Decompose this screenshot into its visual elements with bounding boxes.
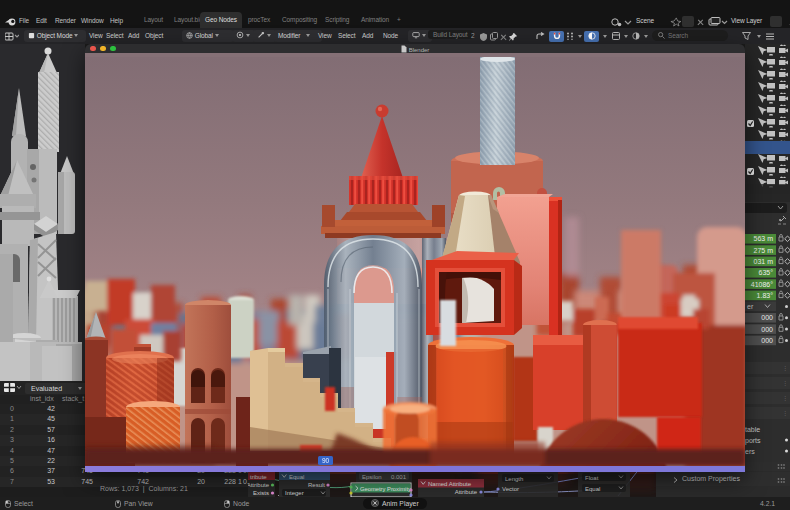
- svg-text:⋮⋮: ⋮⋮: [782, 410, 790, 416]
- svg-text:275 m: 275 m: [754, 247, 774, 254]
- svg-text:Result: Result: [308, 482, 325, 488]
- svg-text:Geometry Proximity: Geometry Proximity: [360, 486, 411, 492]
- svg-text:Exists: Exists: [253, 490, 269, 496]
- svg-text:table: table: [745, 426, 760, 433]
- svg-text:635°: 635°: [759, 269, 774, 276]
- svg-text:⋮⋮: ⋮⋮: [782, 365, 790, 371]
- svg-text:90: 90: [322, 457, 330, 464]
- svg-text:Integer: Integer: [285, 490, 304, 496]
- svg-text:Float: Float: [585, 475, 599, 481]
- svg-text:000: 000: [761, 314, 773, 321]
- svg-text:Epsilon: Epsilon: [362, 474, 382, 480]
- svg-text:Named Attribute: Named Attribute: [428, 481, 472, 487]
- svg-text:563 m: 563 m: [754, 235, 774, 242]
- svg-text:031 m: 031 m: [754, 258, 774, 265]
- svg-text:ers: ers: [745, 448, 755, 455]
- svg-text:000: 000: [761, 337, 773, 344]
- svg-text:er: er: [747, 303, 754, 310]
- svg-text:Attribute: Attribute: [248, 482, 270, 488]
- svg-text:Length: Length: [505, 476, 523, 482]
- svg-text:⋮⋮: ⋮⋮: [782, 395, 790, 401]
- svg-text:0.001: 0.001: [391, 474, 407, 480]
- svg-text:ports: ports: [745, 437, 761, 445]
- svg-text:Equal: Equal: [289, 474, 304, 480]
- svg-text:1.83°: 1.83°: [757, 292, 774, 299]
- svg-text:tribute: tribute: [250, 474, 267, 480]
- svg-text:000: 000: [761, 326, 773, 333]
- svg-text:Vector: Vector: [502, 486, 519, 492]
- svg-text:Equal: Equal: [585, 486, 600, 492]
- svg-text:Attribute: Attribute: [455, 489, 478, 495]
- svg-text:41086°: 41086°: [751, 281, 773, 288]
- svg-text:⋮⋮: ⋮⋮: [782, 380, 790, 386]
